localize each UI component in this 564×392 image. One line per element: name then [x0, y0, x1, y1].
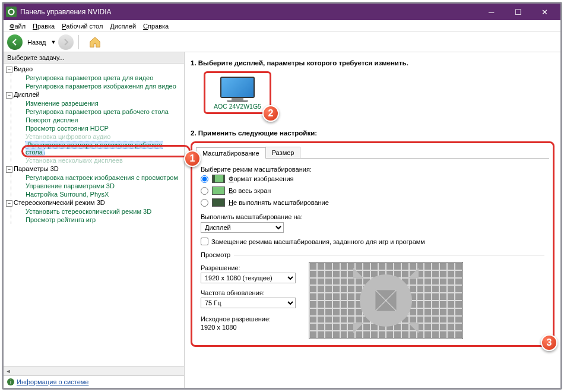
- preview-legend: Просмотр: [201, 251, 234, 258]
- callout-frame-1: [21, 145, 191, 157]
- tab-scaling[interactable]: Масштабирование: [196, 147, 266, 159]
- content-pane: 1. Выберите дисплей, параметры которого …: [185, 52, 560, 388]
- horizontal-scrollbar[interactable]: ◄: [4, 366, 184, 375]
- window-title: Панель управления NVIDIA: [20, 8, 478, 16]
- tree-item[interactable]: Просмотр состояния HDCP: [11, 124, 183, 132]
- callout-3: 3: [541, 334, 557, 351]
- callout-1: 1: [184, 150, 201, 167]
- tree-item[interactable]: Управление параметрами 3D: [11, 182, 183, 190]
- tree-item[interactable]: Просмотр рейтинга игр: [11, 216, 183, 224]
- radio-fullscreen-label: Во весь экран: [229, 187, 271, 194]
- tree-item[interactable]: Регулировка параметров цвета рабочего ст…: [11, 108, 183, 116]
- task-tree[interactable]: −Видео Регулировка параметров цвета для …: [4, 64, 184, 366]
- tree-toggle[interactable]: −: [6, 92, 12, 99]
- tree-item[interactable]: Изменение разрешения: [11, 99, 183, 108]
- resolution-label: Разрешение:: [201, 264, 296, 271]
- scaling-mode-label: Выберите режим масштабирования:: [201, 166, 544, 173]
- step2-title: 2. Применить следующие настройки:: [191, 129, 555, 137]
- tree-item[interactable]: Установка нескольких дисплеев: [11, 156, 183, 165]
- mode-icon-none: [212, 198, 225, 207]
- tab-size[interactable]: Размер: [265, 147, 301, 158]
- menu-display[interactable]: Дисплей: [106, 21, 140, 31]
- preview-pattern: document.write(Array(200).fill('<div cla…: [309, 262, 463, 339]
- sidebar-footer: i Информация о системе: [4, 375, 184, 388]
- titlebar: Панель управления NVIDIA ─ ☐ ✕: [4, 4, 560, 20]
- refresh-select[interactable]: 75 Гц: [201, 298, 296, 308]
- resolution-select[interactable]: 1920 x 1080 (текущее): [201, 273, 296, 283]
- close-button[interactable]: ✕: [531, 4, 558, 20]
- tree-category-stereo[interactable]: −Стереоскопический режим 3D: [6, 198, 183, 207]
- menu-file[interactable]: Файл: [6, 21, 29, 31]
- native-value: 1920 x 1080: [201, 324, 296, 331]
- tree-category-display[interactable]: −Дисплей: [6, 90, 183, 99]
- tree-item[interactable]: Установить стереоскопический режим 3D: [11, 207, 183, 216]
- svg-point-1: [9, 10, 14, 14]
- mode-icon-full: [212, 186, 225, 195]
- back-dropdown[interactable]: ▼: [51, 39, 56, 45]
- toolbar: Назад ▼: [4, 32, 560, 52]
- back-label: Назад: [27, 39, 46, 46]
- info-icon: i: [7, 378, 14, 385]
- sidebar-header: Выберите задачу...: [4, 52, 184, 64]
- nvidia-icon: [6, 7, 17, 17]
- tree-item[interactable]: Регулировка параметров цвета для видео: [11, 74, 183, 82]
- perform-on-label: Выполнить масштабирование на:: [201, 213, 544, 220]
- tree-toggle[interactable]: −: [6, 67, 12, 73]
- native-label: Исходное разрешение:: [201, 315, 296, 323]
- menu-help[interactable]: Справка: [140, 21, 172, 31]
- callout-2: 2: [262, 105, 279, 122]
- radio-aspect[interactable]: [201, 175, 208, 183]
- refresh-label: Частота обновления:: [201, 289, 296, 296]
- override-label: Замещение режима масштабирования, заданн…: [211, 238, 425, 245]
- menubar: Файл Правка Рабочий стол Дисплей Справка: [4, 20, 560, 32]
- tree-item[interactable]: Установка цифрового аудио: [11, 132, 183, 141]
- tree-toggle[interactable]: −: [6, 166, 12, 173]
- monitor-icon[interactable]: [220, 77, 255, 102]
- tree-category-video[interactable]: −Видео: [6, 65, 183, 74]
- sidebar: Выберите задачу... −Видео Регулировка па…: [4, 52, 185, 388]
- perform-on-select[interactable]: Дисплей: [201, 222, 284, 233]
- display-selector-highlight: AOC 24V2W1G5 2: [204, 71, 271, 114]
- minimize-button[interactable]: ─: [478, 4, 505, 20]
- radio-none-label: Не выполнять масштабирование: [229, 199, 329, 206]
- forward-button: [58, 34, 74, 50]
- radio-aspect-label: Формат изображения: [229, 175, 294, 182]
- tabs: Масштабирование Размер: [196, 147, 549, 159]
- tree-category-3d[interactable]: −Параметры 3D: [6, 165, 183, 173]
- mode-icon-aspect: [212, 175, 225, 183]
- radio-none[interactable]: [201, 199, 208, 207]
- home-icon[interactable]: [88, 36, 102, 49]
- menu-edit[interactable]: Правка: [29, 21, 58, 31]
- tree-item[interactable]: Регулировка параметров изображения для в…: [11, 82, 183, 90]
- step1-title: 1. Выберите дисплей, параметры которого …: [191, 59, 555, 67]
- menu-desktop[interactable]: Рабочий стол: [58, 21, 106, 31]
- tree-item[interactable]: Поворот дисплея: [11, 116, 183, 124]
- tree-item[interactable]: Настройка Surround, PhysX: [11, 190, 183, 198]
- display-name[interactable]: AOC 24V2W1G5: [214, 103, 261, 110]
- tree-toggle[interactable]: −: [6, 200, 12, 207]
- tree-item[interactable]: Регулировка настроек изображения с просм…: [11, 173, 183, 182]
- maximize-button[interactable]: ☐: [505, 4, 531, 20]
- system-info-link[interactable]: Информация о системе: [17, 378, 88, 385]
- override-checkbox[interactable]: [201, 238, 208, 245]
- back-button[interactable]: [7, 34, 23, 50]
- settings-highlight: Масштабирование Размер Выберите режим ма…: [191, 141, 555, 347]
- radio-fullscreen[interactable]: [201, 187, 208, 195]
